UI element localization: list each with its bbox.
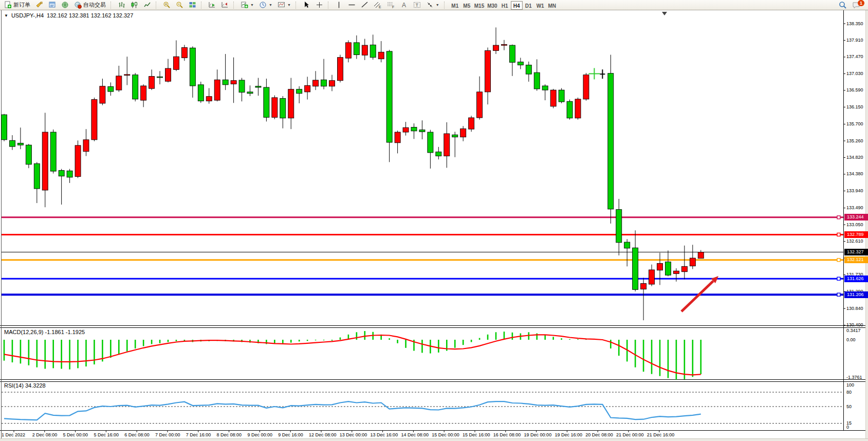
- price-line-handle[interactable]: [837, 277, 840, 280]
- timeframe-button-h4[interactable]: H4: [511, 1, 523, 10]
- candle: [50, 132, 56, 171]
- price-axis-label: 130.400: [846, 322, 863, 327]
- arrow-objects-icon: [426, 1, 434, 9]
- main-toolbar: 新订单 自动交易: [0, 0, 868, 10]
- bar-chart-icon: [118, 1, 125, 9]
- text-label-tool-button[interactable]: T: [411, 1, 423, 10]
- arrows-dropdown-button[interactable]: ▼: [424, 1, 441, 10]
- trend-arrow[interactable]: [681, 281, 713, 311]
- autotrading-button[interactable]: 自动交易: [72, 1, 108, 10]
- time-axis-label: 16 Dec 08:00: [493, 432, 521, 437]
- cursor-tool-button[interactable]: [301, 1, 312, 10]
- macd-scale-label: -1.3761: [846, 375, 862, 380]
- tile-windows-icon: [189, 1, 196, 9]
- candle: [149, 77, 155, 89]
- chart-expander-icon[interactable]: ▼: [4, 13, 8, 18]
- candle: [198, 85, 204, 101]
- price-badge: 131.626: [844, 275, 868, 282]
- candle: [67, 171, 72, 177]
- candle: [17, 143, 23, 145]
- price-badge: 132.121: [844, 256, 868, 263]
- candle: [133, 75, 138, 99]
- candle: [616, 210, 622, 243]
- candle: [698, 252, 704, 258]
- candle: [288, 89, 294, 118]
- candle: [567, 101, 572, 118]
- search-button[interactable]: [837, 1, 849, 10]
- chart-canvas[interactable]: [0, 0, 868, 441]
- candle: [649, 270, 655, 284]
- price-badge: 133.244: [844, 214, 868, 220]
- time-axis-label: 12 Dec 08:00: [309, 432, 337, 437]
- timeframe-button-m5[interactable]: M5: [461, 1, 473, 10]
- time-axis-label: 20 Dec 08:00: [585, 432, 613, 437]
- candle: [534, 72, 540, 89]
- timeframe-button-h1[interactable]: H1: [499, 1, 511, 10]
- candle: [370, 45, 376, 57]
- toolbar-separator: [233, 2, 236, 9]
- line-chart-button[interactable]: [141, 1, 153, 10]
- price-line-handle[interactable]: [837, 293, 840, 296]
- time-axis-label: 9 Dec 16:00: [278, 432, 303, 437]
- zoom-out-button[interactable]: [174, 1, 186, 10]
- price-axis-label: 136.150: [846, 104, 863, 109]
- chart-shift-marker[interactable]: [662, 12, 667, 15]
- alerts-button[interactable]: [33, 1, 45, 10]
- templates-dropdown-button[interactable]: ▼: [275, 1, 293, 10]
- periods-dropdown-button[interactable]: ▼: [257, 1, 274, 10]
- rsi-scale-label: 80: [846, 390, 852, 395]
- horizontal-line-tool-button[interactable]: [346, 1, 358, 10]
- indicators-dropdown-button[interactable]: ▼: [238, 1, 256, 10]
- trendline-tool-button[interactable]: [359, 1, 371, 10]
- candle: [665, 262, 671, 275]
- zoom-in-button[interactable]: [161, 1, 173, 10]
- candle: [297, 89, 302, 94]
- price-line-handle[interactable]: [837, 216, 840, 219]
- timeframe-button-d1[interactable]: D1: [523, 1, 534, 10]
- chat-button[interactable]: 1: [850, 1, 863, 10]
- rsi-scale-label: 50: [846, 404, 852, 409]
- candle: [264, 87, 269, 117]
- candle: [214, 80, 220, 100]
- candle: [329, 81, 335, 86]
- fibonacci-tool-button[interactable]: F: [385, 1, 397, 10]
- timeframe-button-m1[interactable]: M1: [449, 1, 461, 10]
- crosshair-icon: [316, 1, 323, 9]
- chart-shift-button[interactable]: [219, 1, 231, 10]
- vertical-line-tool-button[interactable]: [333, 1, 345, 10]
- navigator-button[interactable]: [59, 1, 71, 10]
- candle: [477, 92, 483, 118]
- candle: [42, 132, 48, 190]
- timeframe-button-w1[interactable]: W1: [534, 1, 546, 10]
- price-axis-label: 137.470: [846, 54, 863, 59]
- timeframe-button-m30[interactable]: M30: [486, 1, 498, 10]
- new-order-button[interactable]: 新订单: [2, 1, 32, 10]
- candlestick-chart-button[interactable]: [128, 1, 140, 10]
- crosshair-tool-button[interactable]: [313, 1, 325, 10]
- toolbar-separator: [328, 2, 330, 9]
- candle: [206, 97, 212, 101]
- bar-chart-button[interactable]: [116, 1, 127, 10]
- timeframe-button-mn[interactable]: MN: [546, 1, 558, 10]
- text-tool-button[interactable]: A: [398, 1, 410, 10]
- timeframe-button-m15[interactable]: M15: [473, 1, 486, 10]
- chevron-down-icon: ▼: [269, 3, 272, 7]
- data-window-button[interactable]: [46, 1, 58, 10]
- time-axis-label: 1 Dec 2022: [2, 432, 25, 437]
- price-line-handle[interactable]: [837, 259, 840, 262]
- candle: [362, 45, 367, 55]
- time-axis-label: 15 Dec 00:00: [432, 432, 459, 437]
- channel-tool-button[interactable]: E: [372, 1, 384, 10]
- tile-windows-button[interactable]: [187, 1, 198, 10]
- toolbar-separator: [201, 2, 204, 9]
- candle: [124, 75, 130, 76]
- svg-text:F: F: [392, 5, 394, 9]
- price-axis-label: 134.380: [846, 171, 863, 176]
- text-label-icon: T: [413, 1, 421, 9]
- macd-title: MACD(12,26,9): [4, 329, 43, 335]
- chevron-down-icon: ▼: [287, 3, 291, 7]
- candle: [395, 132, 400, 143]
- price-line-handle[interactable]: [837, 233, 840, 236]
- line-chart-icon: [143, 1, 151, 9]
- auto-scroll-button[interactable]: [206, 1, 218, 10]
